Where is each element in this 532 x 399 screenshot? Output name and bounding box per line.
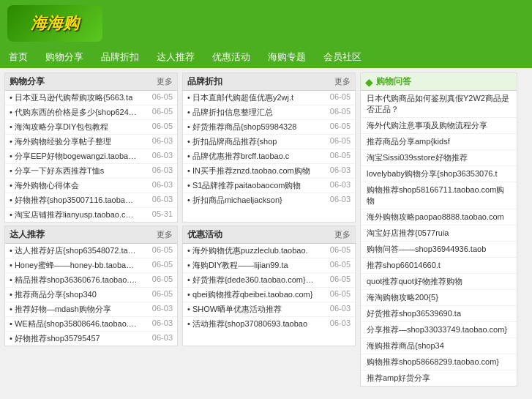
item-text[interactable]: • 品牌优惠推荐brcff.taobao.c xyxy=(187,151,289,162)
left-panel: 购物分享 更多 • 日本亚马逊代购帮购攻略{5663.ta06-05• 代购东西… xyxy=(4,72,356,387)
item-text[interactable]: • 分享一下好东西推荐T恤s xyxy=(10,165,104,176)
right-panel: ◆ 购物问答 日本代购商品如何鉴别真假Y2W2商品是否正品？海外代购注意事项及购… xyxy=(360,72,517,387)
list-item: • Honey蜜蜂——honey-bb.taobao.com}06-05 xyxy=(5,258,177,273)
item-date: 06-05 xyxy=(330,245,351,256)
list-item: • 品牌折扣信息整理汇总06-05 xyxy=(183,105,355,120)
list-item: • IN买手推荐znzd.taobao.com购物06-03 xyxy=(183,164,355,179)
item-date: 06-05 xyxy=(330,136,351,147)
item-text[interactable]: • 折扣品牌商品推荐{shop xyxy=(187,136,277,147)
item-date: 06-03 xyxy=(330,318,351,329)
item-date: 06-03 xyxy=(152,136,173,147)
item-text[interactable]: • 海外购物心得体会 xyxy=(10,180,79,191)
list-item: • 折扣品牌商品推荐{shop06-05 xyxy=(183,135,355,149)
item-date: 06-05 xyxy=(330,92,351,103)
nav-item-品牌折扣[interactable]: 品牌折扣 xyxy=(98,49,142,65)
section1-more[interactable]: 更多 xyxy=(157,76,173,87)
item-text[interactable]: • 海外购物经验分享帖子整理 xyxy=(10,136,111,147)
item-text[interactable]: • IN买手推荐znzd.taobao.com购物 xyxy=(187,165,310,176)
section2-more[interactable]: 更多 xyxy=(334,76,351,87)
item-text[interactable]: • 好货推荐{dede360.taobao.com}活动 xyxy=(187,275,315,286)
item-date: 06-05 xyxy=(152,122,173,133)
item-date: 06-03 xyxy=(330,165,351,176)
section4-title: 优惠活动 xyxy=(187,228,222,241)
item-text[interactable]: • S1品牌推荐paitaobaocom购物 xyxy=(187,180,301,191)
right-list-item[interactable]: 海外购物攻略paopao8888.taobao.com xyxy=(361,209,517,225)
right-list-item[interactable]: 淘宝好店推荐{0577ruia xyxy=(361,225,517,242)
item-date: 05-31 xyxy=(152,209,173,220)
logo: 海海购 xyxy=(0,3,110,43)
item-date: 06-03 xyxy=(152,333,173,344)
right-list-item[interactable]: 分享推荐—shop33033749.taobao.com} xyxy=(361,322,517,338)
nav-item-首页[interactable]: 首页 xyxy=(6,49,31,65)
item-text[interactable]: • 日本亚马逊代购帮购攻略{5663.ta xyxy=(10,92,132,103)
right-list-item[interactable]: 海购推荐商品{shop34 xyxy=(361,338,517,354)
item-text[interactable]: • 活动推荐{shop37080693.taobao xyxy=(187,318,307,329)
item-text[interactable]: • 推荐商品分享{shop340 xyxy=(10,289,97,300)
item-text[interactable]: • 精品推荐shop36360676.taobao.com} xyxy=(10,275,138,286)
section3-header: 达人推荐 更多 xyxy=(5,226,177,244)
right-list-item[interactable]: 购物问答——shop36944936.taob xyxy=(361,242,517,258)
item-date: 06-05 xyxy=(152,260,173,271)
item-text[interactable]: • 达人推荐好店{shop63548072.taobao.com} xyxy=(10,245,138,256)
list-item: • SHOW晒单优惠活动推荐06-03 xyxy=(183,302,355,317)
right-list-item[interactable]: 推荐商品分享amp{kidsf xyxy=(361,134,517,150)
right-list-item[interactable]: quot推荐quot好物推荐购物 xyxy=(361,274,517,290)
item-text[interactable]: • WE精品{shop35808646.taobao.com}} xyxy=(10,318,138,329)
item-text[interactable]: • Honey蜜蜂——honey-bb.taobao.com} xyxy=(10,260,138,271)
item-text[interactable]: • 海外购物优惠puzzleclub.taobao. xyxy=(187,245,308,256)
item-text[interactable]: • 日本直邮代购超值优惠y2wj.t xyxy=(187,92,293,103)
section-expert-recommend: 达人推荐 更多 • 达人推荐好店{shop63548072.taobao.com… xyxy=(4,225,178,346)
item-date: 06-05 xyxy=(152,107,173,118)
item-text[interactable]: • 海购DIY教程——lijian99.ta xyxy=(187,260,288,271)
item-text[interactable]: • 好物推荐{shop35007116.taobao.com} xyxy=(10,195,138,206)
nav-item-优惠活动[interactable]: 优惠活动 xyxy=(209,49,253,65)
right-list-item[interactable]: 好货推荐shop36539690.ta xyxy=(361,306,517,322)
section3-list: • 达人推荐好店{shop63548072.taobao.com}06-05• … xyxy=(5,244,177,346)
item-text[interactable]: • 折扣商品michaeljackson} xyxy=(187,195,282,206)
item-text[interactable]: • 海淘攻略分享DIY包包教程 xyxy=(10,122,108,133)
right-list-item[interactable]: 推荐amp好货分享 xyxy=(361,370,517,386)
right-list-item[interactable]: 海淘购物攻略200{5} xyxy=(361,290,517,306)
nav-item-会员社区[interactable]: 会员社区 xyxy=(321,49,364,65)
section3-more[interactable]: 更多 xyxy=(157,229,173,240)
list-item: • 分享一下好东西推荐T恤s06-03 xyxy=(5,164,177,179)
nav-item-购物分享[interactable]: 购物分享 xyxy=(42,49,86,65)
right-list-item[interactable]: 购物推荐shop58668299.taobao.com} xyxy=(361,354,517,370)
right-header: ◆ 购物问答 xyxy=(361,73,517,91)
item-text[interactable]: • 代购东西的价格是多少{shop62403109.taoba xyxy=(10,107,138,118)
item-text[interactable]: • qbei购物推荐qbeibei.taobao.com} xyxy=(187,289,312,300)
nav-item-海购专题[interactable]: 海购专题 xyxy=(265,49,309,65)
section4-more[interactable]: 更多 xyxy=(334,229,351,240)
right-list-item[interactable]: lovelybaby购物分享{shop36353076.t xyxy=(361,166,517,182)
right-list: 日本代购商品如何鉴别真假Y2W2商品是否正品？海外代购注意事项及购物流程分享推荐… xyxy=(361,91,517,386)
item-date: 06-05 xyxy=(152,289,173,300)
item-text[interactable]: • 好货推荐商品{shop59984328 xyxy=(187,122,296,133)
item-date: 06-03 xyxy=(152,195,173,206)
list-item: • S1品牌推荐paitaobaocom购物06-03 xyxy=(183,179,355,193)
list-item: • 日本直邮代购超值优惠y2wj.t06-05 xyxy=(183,91,355,105)
right-list-item[interactable]: 日本代购商品如何鉴别真假Y2W2商品是否正品？ xyxy=(361,91,517,118)
right-list-item[interactable]: 推荐shop66014660.t xyxy=(361,258,517,274)
item-text[interactable]: • 好物推荐shop35795457 xyxy=(10,333,100,344)
list-item: • qbei购物推荐qbeibei.taobao.com}06-05 xyxy=(183,288,355,302)
item-date: 06-05 xyxy=(152,92,173,103)
section1-title: 购物分享 xyxy=(10,75,45,88)
navigation: 首页购物分享品牌折扣达人推荐优惠活动海购专题会员社区 xyxy=(0,46,532,68)
item-text[interactable]: • SHOW晒单优惠活动推荐 xyxy=(187,304,282,315)
right-list-item[interactable]: 购物推荐shop58166711.taobao.com购物 xyxy=(361,182,517,209)
list-item: • 好物推荐{shop35007116.taobao.com}06-03 xyxy=(5,193,177,208)
item-date: 06-05 xyxy=(330,289,351,300)
right-list-item[interactable]: 海外代购注意事项及购物流程分享 xyxy=(361,118,517,134)
item-date: 06-03 xyxy=(152,304,173,315)
item-date: 06-03 xyxy=(330,195,351,206)
item-text[interactable]: • 淘宝店铺推荐lianyusp.taobao.com} xyxy=(10,209,138,220)
bottom-row: 达人推荐 更多 • 达人推荐好店{shop63548072.taobao.com… xyxy=(4,225,356,346)
list-item: • 海淘攻略分享DIY包包教程06-05 xyxy=(5,120,177,135)
item-text[interactable]: • 分享EEP好物bogewangzi.taobao.com} xyxy=(10,151,138,162)
nav-item-达人推荐[interactable]: 达人推荐 xyxy=(154,49,198,65)
list-item: • 活动推荐{shop37080693.taobao06-03 xyxy=(183,317,355,331)
item-text[interactable]: • 推荐好物—mdash购物分享 xyxy=(10,304,111,315)
right-list-item[interactable]: 淘宝Sissi039sstore好物推荐 xyxy=(361,150,517,166)
item-text[interactable]: • 品牌折扣信息整理汇总 xyxy=(187,107,273,118)
list-item: • 日本亚马逊代购帮购攻略{5663.ta06-05 xyxy=(5,91,177,105)
